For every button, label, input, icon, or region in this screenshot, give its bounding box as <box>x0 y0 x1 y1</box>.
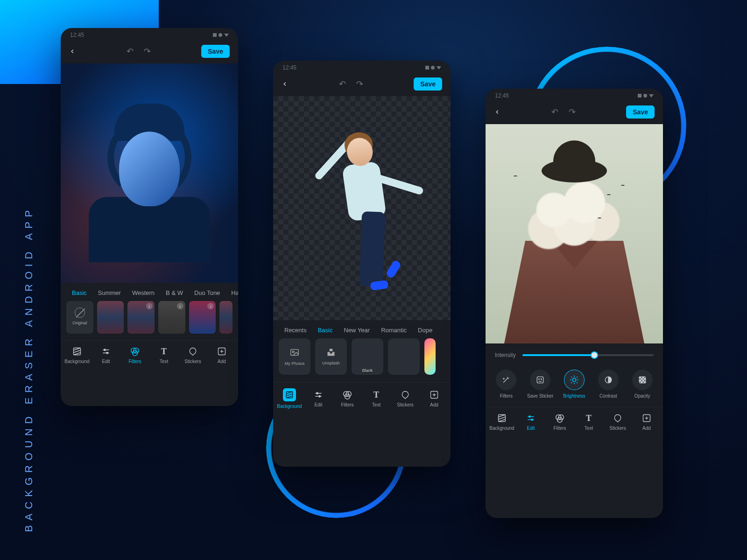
svg-rect-30 <box>537 377 543 383</box>
save-button[interactable]: Save <box>414 77 442 91</box>
nav-label: Text <box>585 426 593 431</box>
back-button[interactable] <box>69 48 76 55</box>
redo-button[interactable]: ↷ <box>356 79 363 89</box>
nav-filters[interactable]: Filters <box>546 413 573 431</box>
adjust-contrast[interactable]: Contrast <box>593 370 624 399</box>
nav-background[interactable]: Background <box>63 346 91 364</box>
adjust-brightness[interactable]: Brightness <box>559 370 590 399</box>
add-icon <box>429 390 439 400</box>
bg-tab-newyear[interactable]: New Year <box>338 327 376 334</box>
bg-thumb-label: My Photos <box>285 361 305 366</box>
redo-button[interactable]: ↷ <box>569 107 576 117</box>
editor-canvas[interactable] <box>273 96 451 320</box>
svg-point-31 <box>539 379 540 380</box>
bottom-nav: Background Edit Filters T Text Stickers … <box>61 340 238 372</box>
nav-add[interactable]: Add <box>421 390 448 407</box>
save-button[interactable]: Save <box>201 45 230 58</box>
sliders-icon <box>313 390 324 400</box>
adjust-opacity[interactable]: Opacity <box>627 370 658 399</box>
svg-rect-51 <box>644 381 645 383</box>
nav-label: Text <box>372 402 381 407</box>
nav-text[interactable]: T Text <box>575 413 602 431</box>
background-icon <box>497 413 507 423</box>
undo-button[interactable]: ↶ <box>551 107 558 117</box>
nav-label: Add <box>218 359 226 364</box>
bg-tab-dope[interactable]: Dope <box>412 327 438 334</box>
nav-background[interactable]: Background <box>276 388 303 409</box>
bg-preset-sunset[interactable] <box>388 338 420 375</box>
nav-text[interactable]: T Text <box>363 390 390 407</box>
back-button[interactable] <box>282 81 288 87</box>
adjust-label: Opacity <box>634 393 650 399</box>
filter-tab-basic[interactable]: Basic <box>66 289 92 296</box>
bg-source-myphotos[interactable]: My Photos <box>279 338 310 375</box>
redo-button[interactable]: ↷ <box>144 46 151 56</box>
bg-source-unsplash[interactable]: Unsplash <box>315 338 347 375</box>
filter-tab-more[interactable]: Ha <box>226 289 238 296</box>
nav-add[interactable]: Add <box>633 413 660 431</box>
nav-edit[interactable]: Edit <box>305 390 332 407</box>
background-icon <box>283 388 296 401</box>
bg-tab-romantic[interactable]: Romantic <box>375 327 412 334</box>
nav-edit[interactable]: Edit <box>92 346 120 364</box>
adjust-filters[interactable]: Filters <box>491 370 521 399</box>
filter-tab-western[interactable]: Western <box>127 289 160 296</box>
bottom-nav: Background Edit Filters T Text Stickers … <box>486 407 663 439</box>
undo-button[interactable]: ↶ <box>339 79 346 89</box>
status-bar: 12:45 <box>273 61 451 73</box>
nav-label: Stickers <box>397 402 414 407</box>
save-button[interactable]: Save <box>626 105 655 119</box>
unsplash-icon <box>326 348 336 357</box>
bg-preset-gradient[interactable] <box>424 338 436 375</box>
background-thumbnails: My Photos Unsplash Blank <box>273 338 451 382</box>
svg-point-22 <box>317 392 318 394</box>
filter-thumb[interactable]: ↓ <box>127 301 155 334</box>
back-button[interactable] <box>494 109 500 115</box>
intensity-slider[interactable] <box>522 354 654 356</box>
adjust-save-sticker[interactable]: Save Sticker <box>525 370 556 399</box>
filter-tab-duotone[interactable]: Duo Tone <box>189 289 226 296</box>
nav-label: Background <box>489 426 514 431</box>
status-time: 12:45 <box>70 32 84 38</box>
text-icon: T <box>584 413 594 423</box>
svg-point-58 <box>529 416 530 417</box>
nav-add[interactable]: Add <box>208 346 235 364</box>
filters-icon <box>130 346 140 357</box>
filter-tab-summer[interactable]: Summer <box>92 289 127 296</box>
nav-label: Edit <box>102 359 110 364</box>
bg-source-blank[interactable]: Blank <box>352 338 383 375</box>
sticker-icon <box>188 346 198 357</box>
undo-button[interactable]: ↶ <box>127 46 134 56</box>
nav-edit[interactable]: Edit <box>517 413 544 431</box>
nav-background[interactable]: Background <box>488 413 515 431</box>
filter-thumbnails: Original ↓ ↓ ↓ <box>61 301 238 340</box>
sliders-icon <box>526 413 536 423</box>
adjust-label: Brightness <box>563 393 585 399</box>
filter-thumb[interactable]: ↓ <box>189 301 216 334</box>
bg-tab-recents[interactable]: Recents <box>279 327 312 334</box>
svg-line-40 <box>571 382 572 383</box>
filter-thumb[interactable] <box>97 301 124 334</box>
filter-thumb-label: Original <box>72 321 87 325</box>
nav-label: Filters <box>128 359 141 364</box>
nav-filters[interactable]: Filters <box>121 346 148 364</box>
nav-label: Text <box>160 359 168 364</box>
filter-thumb-original[interactable]: Original <box>66 301 93 334</box>
nav-text[interactable]: T Text <box>150 346 177 364</box>
filter-category-tabs: Basic Summer Western B & W Duo Tone Ha <box>61 283 238 301</box>
svg-point-23 <box>319 396 320 397</box>
editor-canvas[interactable] <box>61 63 238 283</box>
svg-point-33 <box>572 378 576 381</box>
svg-rect-50 <box>641 381 642 383</box>
nav-stickers[interactable]: Stickers <box>392 390 419 407</box>
nav-stickers[interactable]: Stickers <box>604 413 631 431</box>
slider-knob[interactable] <box>591 351 598 359</box>
editor-canvas[interactable] <box>486 124 663 343</box>
filter-tab-bw[interactable]: B & W <box>160 289 189 296</box>
filter-thumb[interactable]: ↓ <box>158 301 185 334</box>
nav-stickers[interactable]: Stickers <box>179 346 206 364</box>
status-time: 12:45 <box>282 64 296 71</box>
nav-filters[interactable]: Filters <box>334 390 361 407</box>
filter-thumb[interactable] <box>219 301 233 334</box>
bg-tab-basic[interactable]: Basic <box>312 327 338 334</box>
